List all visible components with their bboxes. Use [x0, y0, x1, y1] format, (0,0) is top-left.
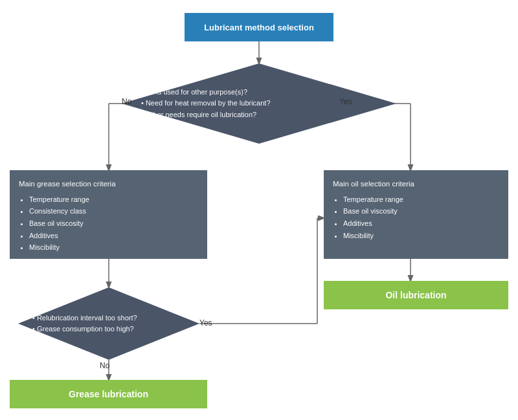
decision-2-content: Relubrication interval too short? Grease…: [18, 313, 199, 335]
oil-output-label: Oil lubrication: [385, 290, 446, 300]
oil-item-2: Base oil viscosity: [343, 205, 499, 217]
grease-item-4: Additives: [29, 230, 198, 242]
decision-1-bullet-1: Oil is used for other purpose(s)?: [141, 87, 377, 98]
grease-output-box: Grease lubrication: [10, 380, 207, 408]
grease-item-5: Miscibility: [29, 241, 198, 254]
start-box: Lubricant method selection: [185, 13, 333, 41]
oil-criteria-title: Main oil selection criteria: [333, 178, 499, 191]
no-label-2: No: [100, 361, 109, 370]
grease-item-3: Base oil viscosity: [29, 217, 198, 230]
decision-1-content: Oil is used for other purpose(s)? Need f…: [122, 87, 396, 120]
start-label: Lubricant method selection: [204, 23, 314, 32]
decision-2-bullet-1: Relubrication interval too short?: [32, 313, 185, 324]
yes-label-1: Yes: [339, 97, 352, 106]
grease-criteria-box: Main grease selection criteria Temperatu…: [10, 170, 207, 259]
oil-output-box: Oil lubrication: [324, 281, 508, 309]
oil-criteria-list: Temperature range Base oil viscosity Add…: [333, 193, 499, 242]
decision-2-bullet-2: Grease consumption too high?: [32, 324, 185, 335]
grease-criteria-title: Main grease selection criteria: [19, 178, 198, 191]
grease-output-label: Grease lubrication: [69, 389, 148, 399]
decision-1-bullet-3: Other needs require oil lubrication?: [141, 109, 377, 120]
grease-item-2: Consistency class: [29, 205, 198, 217]
flowchart-diagram: Lubricant method selection Oil is used f…: [0, 0, 518, 420]
yes-label-2: Yes: [199, 318, 212, 327]
grease-item-1: Temperature range: [29, 193, 198, 206]
oil-item-4: Miscibility: [343, 230, 499, 242]
oil-criteria-box: Main oil selection criteria Temperature …: [324, 170, 508, 259]
grease-criteria-list: Temperature range Consistency class Base…: [19, 193, 198, 254]
decision-diamond-2: Relubrication interval too short? Grease…: [18, 287, 199, 360]
decision-diamond-1: Oil is used for other purpose(s)? Need f…: [122, 63, 396, 144]
no-label-1: No: [122, 97, 131, 106]
oil-item-1: Temperature range: [343, 193, 499, 206]
oil-item-3: Additives: [343, 217, 499, 230]
